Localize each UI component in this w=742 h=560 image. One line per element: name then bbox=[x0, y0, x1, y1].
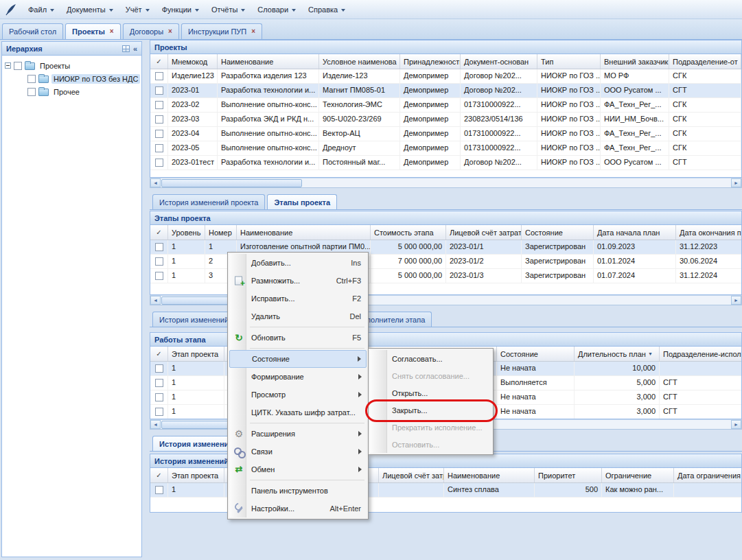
column-header[interactable]: Дата ограничения bbox=[674, 468, 742, 482]
column-header[interactable]: Этап проекта bbox=[168, 347, 224, 361]
column-header[interactable]: Мнемокод bbox=[168, 54, 218, 69]
context-menu-item-Настройки...[interactable]: Настройки...Alt+Enter bbox=[229, 500, 367, 517]
close-icon[interactable]: × bbox=[251, 28, 255, 35]
context-menu-item-Просмотр[interactable]: Просмотр bbox=[229, 386, 367, 404]
column-header[interactable]: Стоимость этапа bbox=[371, 225, 446, 240]
column-header[interactable]: Условное наименова bbox=[319, 54, 400, 69]
tree-node-label[interactable]: НИОКР по ГОЗ без НДС bbox=[51, 74, 140, 84]
collapse-panel-icon[interactable]: « bbox=[133, 45, 137, 53]
menubar-item-Отчёты[interactable]: Отчёты bbox=[205, 0, 251, 19]
scroll-left-icon[interactable]: ◄ bbox=[150, 420, 161, 429]
tab-Этапы проекта[interactable]: Этапы проекта bbox=[267, 194, 337, 209]
column-header[interactable]: Наименование bbox=[218, 54, 319, 69]
context-menu-item-Связи[interactable]: Связи bbox=[229, 443, 367, 460]
row-checkbox[interactable] bbox=[155, 159, 163, 167]
column-header[interactable]: Состояние bbox=[497, 347, 575, 361]
menubar-item-Файл[interactable]: Файл bbox=[22, 0, 60, 19]
table-row[interactable]: 2023-05Выполнение опытно-конс...Дредноут… bbox=[150, 141, 741, 156]
column-header[interactable]: Длительность план▼ bbox=[575, 347, 660, 361]
scroll-left-icon[interactable]: ◄ bbox=[150, 178, 161, 187]
scroll-right-icon[interactable]: ► bbox=[731, 296, 741, 305]
tab-Рабочий стол[interactable]: Рабочий стол bbox=[2, 23, 63, 39]
search-icon[interactable] bbox=[122, 45, 130, 52]
scroll-left-icon[interactable]: ◄ bbox=[150, 296, 161, 305]
context-menu-item-Обновить[interactable]: ОбновитьF5 bbox=[229, 329, 367, 347]
row-checkbox[interactable] bbox=[155, 115, 163, 124]
column-header[interactable]: Тип bbox=[537, 54, 601, 69]
tree-node[interactable]: НИОКР по ГОЗ без НДС bbox=[5, 72, 139, 85]
table-row[interactable]: Изделие123Разработка изделия 123Изделие-… bbox=[150, 69, 741, 84]
collapse-expander-icon[interactable] bbox=[5, 62, 11, 69]
column-header[interactable]: Состояние bbox=[522, 225, 594, 240]
scrollbar-thumb[interactable] bbox=[161, 179, 302, 187]
row-checkbox[interactable] bbox=[155, 144, 163, 152]
scroll-right-icon[interactable]: ► bbox=[731, 178, 741, 187]
table-row[interactable]: 2023-04Выполнение опытно-конс...Вектор-А… bbox=[150, 127, 741, 141]
column-header[interactable]: Ограничение bbox=[602, 468, 674, 482]
row-checkbox[interactable] bbox=[155, 257, 163, 266]
tree-checkbox[interactable] bbox=[27, 88, 36, 96]
projects-hscrollbar[interactable]: ◄ ► bbox=[150, 178, 742, 188]
tree-node-label[interactable]: Прочее bbox=[51, 87, 82, 97]
row-checkbox[interactable] bbox=[155, 101, 163, 109]
column-header[interactable]: Наименование bbox=[237, 225, 371, 240]
column-header[interactable]: Подразделение-от bbox=[669, 54, 741, 69]
row-checkbox[interactable] bbox=[155, 86, 163, 95]
context-menu-item-Добавить...[interactable]: Добавить...Ins bbox=[229, 254, 367, 272]
menubar-item-Словари[interactable]: Словари bbox=[251, 0, 302, 19]
column-header[interactable]: Дата начала план bbox=[594, 225, 676, 240]
table-row[interactable]: 2023-03Разработка ЭКД и РКД н...905-U020… bbox=[150, 113, 741, 127]
row-checkbox[interactable] bbox=[155, 364, 163, 373]
column-header[interactable]: Документ-основан bbox=[461, 54, 537, 69]
tab-Договоры[interactable]: Договоры× bbox=[123, 23, 179, 39]
context-menu-item-Удалить[interactable]: УдалитьDel bbox=[229, 307, 367, 325]
tab-История изменений проекта[interactable]: История изменений проекта bbox=[152, 194, 265, 209]
tab-Инструкции ПУП[interactable]: Инструкции ПУП× bbox=[181, 23, 262, 39]
tree-node[interactable]: Проекты bbox=[5, 59, 139, 72]
column-header[interactable]: Внешний заказчик bbox=[601, 54, 669, 69]
context-menu-item-ЦИТК. Указать шифр затрат...[interactable]: ЦИТК. Указать шифр затрат... bbox=[229, 404, 367, 421]
column-header[interactable]: Приоритет bbox=[535, 468, 602, 482]
table-row[interactable]: 2023-01тестРазработка технологии и...Пос… bbox=[150, 156, 741, 170]
row-checkbox[interactable] bbox=[155, 408, 163, 416]
table-row[interactable]: 2023-01Разработка технологии и...Магнит … bbox=[150, 84, 741, 98]
menubar-item-Справка[interactable]: Справка bbox=[302, 0, 351, 19]
column-header[interactable]: Подразделение-исполн bbox=[660, 347, 742, 361]
menubar-item-Учёт[interactable]: Учёт bbox=[119, 0, 156, 19]
submenu-item-Согласовать...[interactable]: Согласовать... bbox=[370, 350, 491, 367]
row-checkbox[interactable] bbox=[155, 130, 163, 138]
select-all-column-header[interactable]: ✓ bbox=[150, 225, 168, 240]
close-icon[interactable]: × bbox=[168, 28, 172, 35]
select-all-column-header[interactable]: ✓ bbox=[150, 347, 168, 361]
context-menu-item-Состояние[interactable]: Состояние bbox=[229, 350, 367, 368]
context-menu-item-Размножить...[interactable]: Размножить...Ctrl+F3 bbox=[229, 272, 367, 290]
select-all-column-header[interactable]: ✓ bbox=[150, 468, 168, 482]
column-header[interactable]: Уровень bbox=[168, 225, 205, 240]
context-menu-item-Исправить...[interactable]: Исправить...F2 bbox=[229, 290, 367, 307]
tree-node[interactable]: Прочее bbox=[5, 85, 139, 98]
row-checkbox[interactable] bbox=[155, 486, 163, 494]
tree-node-label[interactable]: Проекты bbox=[38, 61, 72, 71]
row-checkbox[interactable] bbox=[155, 379, 163, 387]
column-header[interactable]: Наименование bbox=[444, 468, 535, 482]
row-checkbox[interactable] bbox=[155, 72, 163, 80]
submenu-item-Открыть...[interactable]: Открыть... bbox=[370, 384, 491, 401]
column-header[interactable]: Номер bbox=[205, 225, 237, 240]
context-menu-item-Обмен[interactable]: Обмен bbox=[229, 460, 367, 478]
scroll-right-icon[interactable]: ► bbox=[731, 420, 741, 429]
context-menu-item-Панель инструментов[interactable]: Панель инструментов bbox=[229, 482, 367, 500]
close-icon[interactable]: × bbox=[110, 28, 114, 35]
column-header[interactable]: Этап проекта bbox=[168, 468, 224, 482]
context-menu-item-Расширения[interactable]: Расширения bbox=[229, 425, 367, 443]
submenu-item-Закрыть...[interactable]: Закрыть... bbox=[370, 401, 491, 419]
column-header[interactable]: Принадлежность bbox=[400, 54, 461, 69]
tab-Проекты[interactable]: Проекты× bbox=[65, 23, 121, 39]
tree-checkbox[interactable] bbox=[14, 62, 22, 70]
context-menu-item-Формирование[interactable]: Формирование bbox=[229, 368, 367, 386]
row-checkbox[interactable] bbox=[155, 272, 163, 280]
column-header[interactable]: Лицевой счёт затр bbox=[379, 468, 444, 482]
menubar-item-Документы[interactable]: Документы bbox=[60, 0, 119, 19]
select-all-column-header[interactable]: ✓ bbox=[150, 54, 168, 69]
row-checkbox[interactable] bbox=[155, 393, 163, 401]
tree-checkbox[interactable] bbox=[27, 75, 36, 83]
